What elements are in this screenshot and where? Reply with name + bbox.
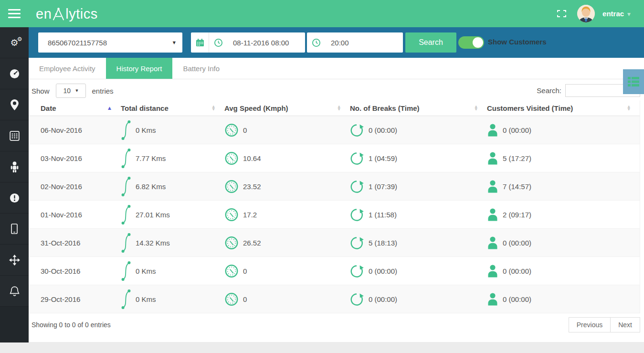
logo-text-prefix: en — [36, 7, 52, 21]
table-row[interactable]: 02-Nov-2016 6.82 Kms 23.52 — [29, 172, 640, 201]
breaks-cell: 0 (00:00) — [369, 267, 397, 275]
column-header-avg-speed[interactable]: Avg Speed (Kmph) ▲▼ — [224, 100, 350, 116]
circular-arrow-icon — [350, 291, 364, 307]
clock-icon[interactable] — [307, 32, 325, 53]
sidebar-item-settings[interactable]: ⚙⚙ — [0, 27, 29, 58]
chevron-down-icon[interactable]: ▼ — [627, 12, 631, 17]
table-body: 06-Nov-2016 0 Kms 0 — [29, 116, 640, 313]
customers-cell: 2 (09:17) — [503, 211, 531, 219]
sidebar-item-locations[interactable] — [0, 89, 29, 120]
table-header: Date ▲ Total distance ▲▼ Avg Speed (Kmph… — [29, 100, 640, 116]
breaks-cell: 5 (18:13) — [369, 239, 397, 247]
calendar-icon[interactable] — [191, 32, 209, 53]
column-header-total-distance[interactable]: Total distance ▲▼ — [121, 100, 224, 116]
sidebar-item-alerts[interactable] — [0, 182, 29, 214]
distance-cell: 0 Kms — [136, 267, 156, 275]
show-customers-toggle[interactable] — [458, 36, 484, 49]
table-row[interactable]: 30-Oct-2016 0 Kms 0 — [29, 257, 640, 285]
breaks-cell: 1 (11:58) — [369, 211, 397, 219]
breaks-cell: 0 (00:00) — [369, 295, 397, 303]
person-icon — [487, 152, 498, 165]
circular-arrow-icon — [350, 235, 364, 251]
person-icon — [487, 236, 498, 249]
gauge-icon — [224, 235, 239, 250]
previous-button[interactable]: Previous — [569, 317, 611, 332]
fullscreen-icon[interactable] — [557, 10, 567, 18]
search-button[interactable]: Search — [405, 32, 456, 53]
sort-icons: ▲▼ — [212, 105, 215, 111]
datetime-picker[interactable]: 08-11-2016 08:00 — [191, 32, 305, 53]
table-row[interactable]: 01-Nov-2016 27.01 Kms 17.2 — [29, 201, 640, 229]
device-select-value: 865067021157758 — [48, 39, 107, 47]
route-icon — [121, 204, 131, 225]
datetime-value[interactable]: 08-11-2016 08:00 — [227, 32, 289, 53]
circular-arrow-icon — [350, 263, 364, 279]
customers-cell: 7 (14:57) — [503, 182, 531, 191]
tab-history-report[interactable]: History Report — [106, 58, 173, 79]
table-row[interactable]: 31-Oct-2016 14.32 Kms 26.52 — [29, 229, 640, 257]
app-logo: en lytics — [36, 7, 98, 21]
gauge-icon — [224, 207, 239, 222]
chart-letter-a-icon — [52, 7, 65, 21]
person-icon — [487, 293, 498, 306]
avg-speed-cell: 0 — [243, 267, 247, 275]
person-icon — [487, 124, 498, 137]
column-header-breaks[interactable]: No. of Breaks (Time) ▲▼ — [350, 100, 487, 116]
toggle-knob — [473, 37, 483, 48]
table-search-label: Search: — [537, 86, 561, 95]
report-tabs: Employee Activity History Report Battery… — [29, 58, 644, 79]
sidebar-item-reports[interactable] — [0, 120, 29, 151]
sort-asc-icon: ▲ — [108, 106, 111, 110]
gauge-icon — [224, 179, 239, 194]
page-size-select[interactable]: 10 ▼ — [56, 84, 86, 98]
sidebar-item-employees[interactable] — [0, 151, 29, 182]
time-picker[interactable]: 20:00 — [307, 32, 403, 53]
tab-battery-info[interactable]: Battery Info — [172, 58, 230, 79]
menu-icon[interactable] — [0, 0, 29, 27]
sidebar-item-tracking[interactable] — [0, 245, 29, 276]
column-header-customers-visited[interactable]: Customers Visited (Time) ▲▼ — [487, 100, 640, 116]
clock-icon[interactable] — [209, 32, 227, 53]
bell-icon — [10, 286, 20, 297]
gauge-icon — [224, 151, 239, 166]
distance-cell: 0 Kms — [136, 295, 156, 303]
entries-label: entries — [92, 87, 114, 95]
next-button[interactable]: Next — [610, 317, 640, 332]
route-icon — [121, 260, 131, 282]
table-row[interactable]: 06-Nov-2016 0 Kms 0 — [29, 116, 640, 144]
avg-speed-cell: 10.64 — [243, 154, 261, 162]
date-cell: 01-Nov-2016 — [41, 211, 82, 219]
top-header: en lytics entrac ▼ — [0, 0, 644, 27]
sidebar-item-devices[interactable] — [0, 214, 29, 245]
gauge-icon — [224, 292, 239, 307]
column-list-button[interactable] — [623, 69, 644, 94]
customers-cell: 0 (00:00) — [503, 126, 531, 134]
table-row[interactable]: 29-Oct-2016 0 Kms 0 — [29, 285, 640, 313]
route-icon — [121, 176, 131, 197]
circular-arrow-icon — [350, 207, 364, 223]
person-icon — [10, 161, 19, 172]
user-name[interactable]: entrac — [602, 10, 624, 18]
circular-arrow-icon — [350, 122, 364, 138]
date-cell: 06-Nov-2016 — [41, 126, 82, 134]
avg-speed-cell: 26.52 — [243, 239, 261, 247]
sidebar-item-notifications[interactable] — [0, 276, 29, 307]
person-icon — [487, 265, 498, 278]
time-value[interactable]: 20:00 — [325, 32, 349, 53]
tab-employee-activity[interactable]: Employee Activity — [29, 58, 106, 79]
list-icon — [627, 75, 640, 88]
route-icon — [121, 289, 131, 310]
device-select[interactable]: 865067021157758 ▼ — [38, 32, 182, 53]
chevron-down-icon: ▼ — [75, 89, 78, 93]
table-row[interactable]: 03-Nov-2016 7.77 Kms 10.64 — [29, 144, 640, 172]
page-size-value: 10 — [63, 87, 71, 95]
customers-cell: 0 (00:00) — [503, 239, 531, 247]
column-header-date[interactable]: Date ▲ — [29, 100, 121, 116]
avg-speed-cell: 17.2 — [243, 211, 257, 219]
sidebar-item-dashboard[interactable] — [0, 58, 29, 89]
date-cell: 03-Nov-2016 — [41, 154, 82, 162]
chevron-down-icon: ▼ — [173, 41, 176, 45]
avatar[interactable] — [577, 5, 595, 22]
table-controls: Show 10 ▼ entries Search: — [29, 79, 644, 100]
date-cell: 30-Oct-2016 — [41, 267, 80, 275]
